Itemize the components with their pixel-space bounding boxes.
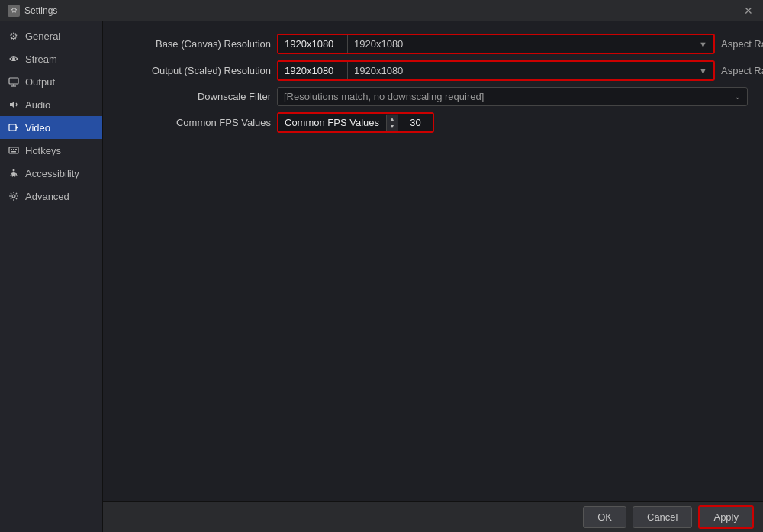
sidebar-item-audio[interactable]: Audio — [0, 93, 102, 116]
svg-point-0 — [12, 57, 15, 60]
sidebar-item-advanced[interactable]: Advanced — [0, 185, 102, 208]
output-resolution-outline: 1920x1080 ▼ — [277, 60, 715, 81]
sidebar-item-hotkeys[interactable]: Hotkeys — [0, 139, 102, 162]
sidebar-label-output: Output — [25, 76, 55, 88]
content-inner: Base (Canvas) Resolution 1920x1080 ▼ Asp… — [118, 34, 748, 177]
downscale-dropdown[interactable]: [Resolutions match, no downscaling requi… — [277, 87, 748, 106]
sidebar-item-stream[interactable]: Stream — [0, 47, 102, 70]
base-resolution-row: Base (Canvas) Resolution 1920x1080 ▼ Asp… — [118, 34, 748, 54]
svg-rect-8 — [15, 149, 17, 150]
sidebar-label-audio: Audio — [25, 99, 50, 111]
output-aspect-ratio: Aspect Ratio 16:9 — [721, 65, 763, 76]
output-resolution-chevron: ▼ — [699, 66, 707, 76]
bottom-bar: OK Cancel Apply — [103, 501, 763, 532]
advanced-icon — [8, 190, 20, 202]
output-resolution-label: Output (Scaled) Resolution — [118, 65, 271, 76]
sidebar-label-accessibility: Accessibility — [25, 168, 79, 179]
base-resolution-dropdown[interactable]: 1920x1080 ▼ — [347, 35, 713, 53]
output-icon — [8, 76, 20, 88]
sidebar-label-video: Video — [25, 122, 50, 134]
sidebar-label-general: General — [25, 31, 60, 42]
svg-marker-4 — [16, 126, 18, 129]
fps-group: Common FPS Values Integer FPS Value Frac… — [277, 112, 434, 133]
sidebar-label-hotkeys: Hotkeys — [25, 145, 61, 156]
titlebar-title: Settings — [24, 5, 57, 16]
svg-marker-2 — [10, 101, 14, 108]
apply-button[interactable]: Apply — [698, 505, 754, 529]
cancel-button[interactable]: Cancel — [633, 506, 692, 528]
accessibility-icon — [8, 167, 20, 179]
main-layout: ⚙ General Stream Output — [0, 21, 763, 532]
fps-up-button[interactable]: ▲ — [387, 115, 398, 123]
svg-point-11 — [12, 195, 15, 198]
downscale-value: [Resolutions match, no downscaling requi… — [284, 91, 484, 102]
general-icon: ⚙ — [8, 30, 20, 42]
fps-down-button[interactable]: ▼ — [387, 123, 398, 131]
hotkeys-icon — [8, 144, 20, 156]
base-resolution-outline: 1920x1080 ▼ — [277, 34, 715, 54]
ok-button[interactable]: OK — [583, 506, 626, 528]
downscale-filter-row: Downscale Filter [Resolutions match, no … — [118, 87, 748, 106]
sidebar-label-stream: Stream — [25, 53, 57, 65]
sidebar-label-advanced: Advanced — [25, 191, 69, 202]
output-resolution-input[interactable] — [278, 62, 347, 79]
sidebar-item-accessibility[interactable]: Accessibility — [0, 162, 102, 185]
content-area: Base (Canvas) Resolution 1920x1080 ▼ Asp… — [103, 21, 763, 532]
titlebar: ⚙ Settings ✕ — [0, 0, 763, 21]
base-resolution-input[interactable] — [278, 35, 347, 53]
output-resolution-dropdown[interactable]: 1920x1080 ▼ — [347, 62, 713, 79]
close-button[interactable]: ✕ — [742, 4, 755, 18]
video-icon — [8, 121, 20, 134]
base-resolution-dropdown-value: 1920x1080 — [354, 38, 403, 50]
sidebar-item-general[interactable]: ⚙ General — [0, 24, 102, 47]
svg-rect-9 — [11, 151, 16, 153]
base-aspect-ratio: Aspect Ratio 16:9 — [721, 38, 763, 50]
sidebar-item-video[interactable]: Video — [0, 116, 102, 139]
svg-rect-3 — [9, 124, 16, 131]
svg-rect-1 — [9, 78, 18, 84]
fps-label: Common FPS Values — [118, 117, 271, 128]
sidebar: ⚙ General Stream Output — [0, 21, 103, 532]
fps-select[interactable]: Common FPS Values Integer FPS Value Frac… — [278, 114, 386, 131]
downscale-label: Downscale Filter — [118, 91, 271, 102]
titlebar-icon: ⚙ — [8, 5, 20, 17]
fps-spinner: ▲ ▼ — [386, 115, 398, 131]
fps-value-input[interactable] — [398, 114, 433, 131]
svg-rect-6 — [11, 149, 12, 150]
stream-icon — [8, 53, 20, 65]
base-resolution-chevron: ▼ — [699, 40, 707, 49]
svg-rect-7 — [13, 149, 14, 150]
output-resolution-dropdown-value: 1920x1080 — [354, 65, 403, 76]
sidebar-item-output[interactable]: Output — [0, 70, 102, 93]
downscale-chevron: ⌄ — [734, 92, 741, 102]
base-resolution-label: Base (Canvas) Resolution — [118, 38, 271, 50]
audio-icon — [8, 98, 20, 111]
output-resolution-row: Output (Scaled) Resolution 1920x1080 ▼ A… — [118, 60, 748, 81]
svg-point-10 — [13, 169, 15, 172]
fps-row: Common FPS Values Common FPS Values Inte… — [118, 112, 748, 133]
